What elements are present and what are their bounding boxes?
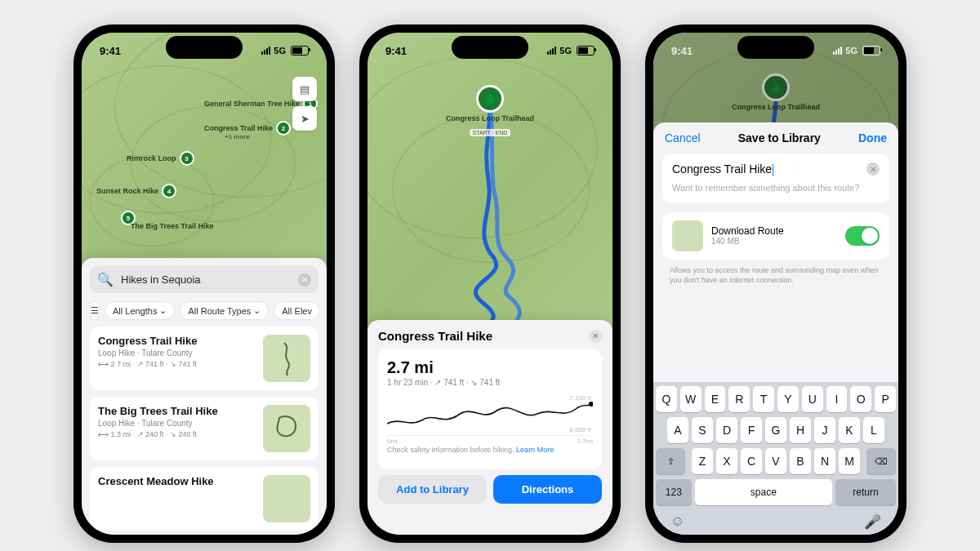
dynamic-island [737,36,814,59]
key-l[interactable]: L [863,417,884,443]
download-toggle[interactable] [845,226,880,246]
note-input[interactable]: Want to remember something about this ro… [672,182,880,194]
sliders-icon: ☰ [91,305,99,316]
filter-settings-button[interactable]: ☰ [90,301,100,320]
download-size: 140 MB [711,237,837,246]
key-u[interactable]: U [802,386,823,412]
trailhead-name: Congress Loop Trailhead [732,104,820,112]
directions-button[interactable]: Directions [493,475,602,504]
route-thumbnail [672,220,703,251]
download-route-row: Download Route 140 MB [662,212,889,260]
dynamic-island [452,36,528,59]
learn-more-link[interactable]: Learn More [516,446,554,454]
dynamic-island [166,36,243,59]
key-k[interactable]: K [839,417,860,443]
key-r[interactable]: R [728,386,750,412]
key-e[interactable]: E [705,386,726,412]
results-sheet[interactable]: 🔍 ✕ ☰ All Lengths⌄ All Route Types⌄ All … [82,258,327,535]
filter-route-types[interactable]: All Route Types⌄ [180,301,269,320]
key-n[interactable]: N [814,448,835,474]
close-sheet-button[interactable]: ✕ [589,330,602,343]
chevron-down-icon: ⌄ [253,305,261,316]
dictation-key[interactable]: 🎤 [864,513,881,531]
result-card[interactable]: The Big Trees Trail Hike Loop Hike · Tul… [90,397,318,460]
key-t[interactable]: T [753,386,774,412]
key-z[interactable]: Z [692,448,713,474]
key-q[interactable]: Q [656,386,677,412]
trailhead-marker: 🌲 Congress Loop Trailhead [732,73,820,112]
key-i[interactable]: I [826,386,848,412]
result-stats: ⟷ 1.3 mi · ↗ 240 ft · ↘ 240 ft [98,430,256,438]
cancel-button[interactable]: Cancel [665,131,701,144]
elev-y-bot: 6,800 ft [569,426,591,433]
key-j[interactable]: J [814,417,835,443]
done-button[interactable]: Done [858,131,887,144]
key-d[interactable]: D [716,417,737,443]
trailhead-icon: 🌲 [476,85,504,113]
map-pin[interactable]: Sunset Rock Hike4 [96,184,176,198]
space-key[interactable]: space [695,479,832,505]
result-title: Crescent Meadow Hike [98,475,256,487]
route-detail-line: 1 hr 23 min · ↗ 741 ft · ↘ 741 ft [387,378,593,387]
trailhead-marker[interactable]: 🌲 Congress Loop Trailhead START · END [446,85,534,138]
battery-icon [862,46,880,56]
key-h[interactable]: H [790,417,811,443]
filter-lengths[interactable]: All Lengths⌄ [105,301,175,320]
return-key[interactable]: return [835,479,896,505]
add-to-library-button[interactable]: Add to Library [378,475,487,504]
name-card: Congress Trail Hike ✕ Want to remember s… [662,153,889,203]
key-s[interactable]: S [692,417,713,443]
filter-elevation[interactable]: All Elev [274,301,320,320]
key-o[interactable]: O [850,386,871,412]
key-w[interactable]: W [680,386,702,412]
safety-notice: Check safety information before hiking. … [387,446,593,454]
network-label: 5G [274,46,286,56]
result-thumbnail [263,405,310,452]
elev-x-left: 0mi [387,438,398,445]
key-m[interactable]: M [839,448,860,474]
clear-name-button[interactable]: ✕ [866,162,880,176]
download-label: Download Route [711,225,837,237]
result-card[interactable]: Crescent Meadow Hike [90,467,318,531]
key-c[interactable]: C [741,448,762,474]
route-name-input[interactable]: Congress Trail Hike [672,162,773,176]
chevron-down-icon: ⌄ [159,305,167,316]
download-hint: Allows you to access the route and surro… [670,265,882,285]
status-time: 9:41 [671,45,693,57]
key-y[interactable]: Y [777,386,799,412]
trailhead-name: Congress Loop Trailhead [446,115,534,123]
status-time: 9:41 [385,45,407,57]
map-mode-button[interactable]: ▤ [292,77,317,101]
key-p[interactable]: P [875,386,896,412]
result-title: The Big Trees Trail Hike [98,405,256,417]
phone-search-results: 9:41 5G General Sherman Tree Hike1 Congr… [74,24,335,543]
key-v[interactable]: V [765,448,786,474]
signal-icon [833,47,842,55]
backspace-key[interactable]: ⌫ [866,448,896,474]
elev-y-top: 7,100 ft [569,394,591,402]
phone-route-detail: 9:41 5G 🌲 Congress Loop Trailhead STAR [359,24,621,543]
search-input[interactable] [119,273,292,287]
numbers-key[interactable]: 123 [656,479,692,505]
network-label: 5G [845,46,858,56]
map-pin[interactable]: The Big Trees Trail Hike [131,222,214,230]
key-a[interactable]: A [667,417,688,443]
search-field[interactable]: 🔍 ✕ [90,266,318,293]
shift-key[interactable]: ⇧ [656,448,685,474]
locate-me-button[interactable]: ➤ [292,106,317,131]
key-x[interactable]: X [716,448,737,474]
key-b[interactable]: B [790,448,811,474]
result-stats: ⟷ 2.7 mi · ↗ 741 ft · ↘ 741 ft [98,360,256,368]
elevation-chart[interactable]: 7,100 ft 6,800 ft 0mi 2.7mi [387,393,593,436]
key-f[interactable]: F [741,417,762,443]
map-pin-more[interactable]: +1 more [225,133,250,140]
result-card[interactable]: Congress Trail Hike Loop Hike · Tulare C… [90,327,318,390]
map-pin[interactable]: Rimrock Loop3 [127,151,194,166]
emoji-key[interactable]: ☺ [670,513,684,531]
battery-icon [291,46,309,56]
clear-search-button[interactable]: ✕ [298,273,311,287]
layers-icon: ▤ [300,83,310,96]
key-g[interactable]: G [765,417,786,443]
detail-sheet[interactable]: Congress Trail Hike ✕ 2.7 mi 1 hr 23 min… [368,320,612,535]
phone-save-library: 9:41 5G 🌲 Congress Loop Trailhead Cancel [645,24,906,543]
